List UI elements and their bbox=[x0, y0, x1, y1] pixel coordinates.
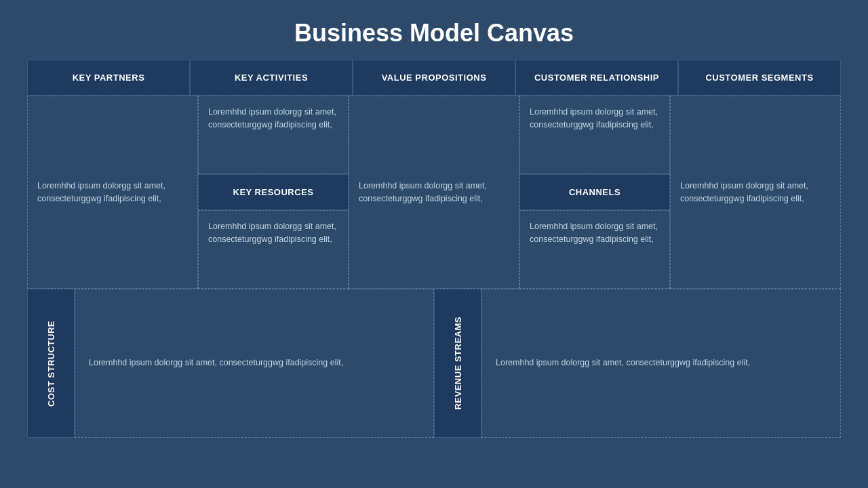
header-row: KEY PARTNERS KEY ACTIVITIES VALUE PROPOS… bbox=[27, 60, 841, 96]
customer-relationship-top-text: Loremhhd ipsum dolorgg sit amet, consect… bbox=[519, 96, 670, 174]
header-key-activities: KEY ACTIVITIES bbox=[190, 60, 353, 96]
key-partners-cell: Loremhhd ipsum dolorgg sit amet, consect… bbox=[27, 96, 198, 289]
cost-structure-content: Loremhhd ipsum dolorgg sit amet, consect… bbox=[75, 289, 434, 438]
cost-structure-label: COST STRUCTURE bbox=[46, 321, 56, 407]
key-partners-text: Loremhhd ipsum dolorgg sit amet, consect… bbox=[37, 180, 188, 205]
key-activities-top-text: Loremhhd ipsum dolorgg sit amet, consect… bbox=[198, 96, 349, 174]
cost-structure-label-cell: COST STRUCTURE bbox=[27, 289, 75, 438]
customer-relationship-wrapper: Loremhhd ipsum dolorgg sit amet, consect… bbox=[519, 96, 670, 289]
page-title: Business Model Canvas bbox=[294, 0, 574, 60]
key-activities-wrapper: Loremhhd ipsum dolorgg sit amet, consect… bbox=[198, 96, 349, 289]
revenue-streams-content: Loremhhd ipsum dolorgg sit amet, consect… bbox=[481, 289, 841, 438]
revenue-streams-label-cell: REVENUE STREAMS bbox=[434, 289, 481, 438]
value-propositions-text: Loremhhd ipsum dolorgg sit amet, consect… bbox=[359, 180, 509, 205]
header-key-partners: KEY PARTNERS bbox=[27, 60, 190, 96]
top-section: Loremhhd ipsum dolorgg sit amet, consect… bbox=[27, 96, 841, 289]
customer-segments-text: Loremhhd ipsum dolorgg sit amet, consect… bbox=[680, 180, 831, 205]
customer-relationship-bottom-text: Loremhhd ipsum dolorgg sit amet, consect… bbox=[519, 210, 670, 289]
header-customer-relationship: CUSTOMER RELATIONSHIP bbox=[515, 60, 678, 96]
bottom-section: COST STRUCTURE Loremhhd ipsum dolorgg si… bbox=[27, 289, 841, 438]
channels-label: CHANNELS bbox=[519, 174, 670, 210]
header-customer-segments: CUSTOMER SEGMENTS bbox=[678, 60, 841, 96]
revenue-streams-label: REVENUE STREAMS bbox=[453, 317, 463, 410]
canvas-container: KEY PARTNERS KEY ACTIVITIES VALUE PROPOS… bbox=[27, 60, 841, 488]
revenue-streams-text: Loremhhd ipsum dolorgg sit amet, consect… bbox=[496, 356, 750, 370]
customer-segments-cell: Loremhhd ipsum dolorgg sit amet, consect… bbox=[670, 96, 841, 289]
key-activities-bottom-text: Loremhhd ipsum dolorgg sit amet, consect… bbox=[198, 210, 349, 289]
cost-structure-text: Loremhhd ipsum dolorgg sit amet, consect… bbox=[89, 356, 343, 370]
header-value-propositions: VALUE PROPOSITIONS bbox=[353, 60, 515, 96]
value-propositions-cell: Loremhhd ipsum dolorgg sit amet, consect… bbox=[349, 96, 519, 289]
key-resources-label: KEY RESOURCES bbox=[198, 174, 349, 210]
